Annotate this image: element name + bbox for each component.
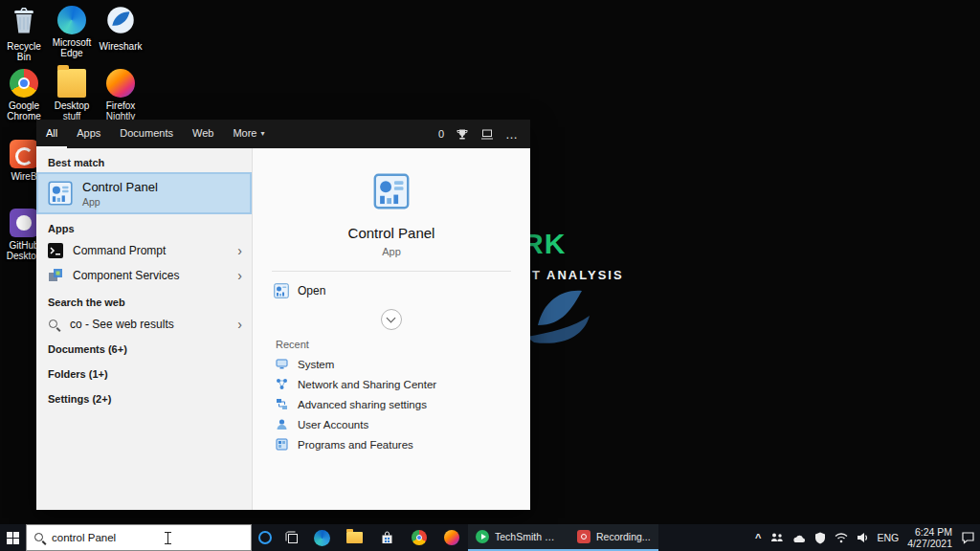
- pinned-microsoft-store[interactable]: [370, 524, 403, 551]
- category-documents[interactable]: Documents (6+): [36, 337, 252, 362]
- control-panel-icon-small: [274, 283, 289, 298]
- pinned-file-explorer[interactable]: [338, 524, 370, 551]
- text-cursor-pointer: [167, 532, 175, 544]
- tab-more[interactable]: More ▾: [223, 120, 274, 148]
- preview-subtitle: App: [382, 246, 401, 257]
- tab-documents[interactable]: Documents: [110, 120, 183, 148]
- clock-time: 6:24 PM: [907, 526, 952, 538]
- tab-apps[interactable]: Apps: [67, 120, 110, 148]
- tab-all[interactable]: All: [36, 120, 67, 148]
- desktop-icon-label: Google Chrome: [2, 100, 46, 121]
- windows-logo-icon: [7, 532, 19, 544]
- pinned-firefox[interactable]: [435, 524, 468, 551]
- desktop-icon-firefox[interactable]: Firefox Nightly: [99, 69, 143, 121]
- best-match-result[interactable]: Control Panel App: [36, 172, 252, 214]
- github-desktop-icon: [10, 209, 38, 237]
- notification-center-icon[interactable]: [961, 531, 975, 544]
- clock-date: 4/27/2021: [907, 538, 952, 549]
- recent-item-label: User Accounts: [298, 419, 368, 430]
- cortana-button[interactable]: [252, 524, 278, 551]
- desktop-icon-recycle-bin[interactable]: Recycle Bin: [2, 6, 46, 62]
- chevron-down-icon: ▾: [260, 129, 264, 138]
- rewards-count: 0: [438, 128, 444, 140]
- wallpaper-text-line2: T ANALYSIS: [532, 268, 624, 282]
- rewards-trophy-icon[interactable]: [456, 128, 469, 141]
- apps-section-label: Apps: [36, 214, 252, 238]
- desktop-icon-microsoft-edge[interactable]: Microsoft Edge: [50, 6, 94, 58]
- search-results-body: Best match Control Panel App: [36, 148, 530, 510]
- sharing-settings-icon: [276, 398, 288, 410]
- desktop-icon-label: Recycle Bin: [2, 41, 46, 62]
- tab-web[interactable]: Web: [183, 120, 223, 148]
- taskbar: TechSmith Camtasi... Recording... ^: [0, 524, 980, 551]
- control-panel-icon: [48, 181, 73, 206]
- search-icon: [48, 319, 60, 331]
- recent-item-advanced-sharing[interactable]: Advanced sharing settings: [253, 394, 530, 414]
- recent-item-label: System: [298, 359, 334, 370]
- chevron-right-icon[interactable]: ›: [237, 244, 242, 257]
- language-indicator[interactable]: ENG: [878, 532, 900, 543]
- control-panel-icon-large: [373, 173, 410, 209]
- wireb-icon: [10, 140, 38, 168]
- desktop-icon-desktop-stuff[interactable]: Desktop stuff: [50, 69, 94, 121]
- search-panel: All Apps Documents Web More ▾ 0: [36, 120, 530, 510]
- result-label: Component Services: [73, 269, 179, 282]
- recent-item-label: Network and Sharing Center: [298, 379, 436, 390]
- best-match-text: Control Panel App: [82, 180, 158, 208]
- running-app-camtasia[interactable]: TechSmith Camtasi...: [468, 524, 569, 551]
- recent-item-programs-features[interactable]: Programs and Features: [253, 434, 530, 454]
- onedrive-icon[interactable]: [792, 533, 806, 543]
- chevron-right-icon[interactable]: ›: [237, 269, 242, 282]
- open-action[interactable]: Open: [272, 280, 511, 301]
- category-settings[interactable]: Settings (2+): [36, 386, 252, 411]
- running-app-recording[interactable]: Recording...: [569, 524, 658, 551]
- taskbar-search-input[interactable]: [52, 532, 244, 543]
- cortana-icon: [258, 531, 272, 544]
- recent-item-network-sharing-center[interactable]: Network and Sharing Center: [253, 374, 530, 394]
- expand-actions-button[interactable]: [381, 309, 402, 330]
- taskbar-search-box[interactable]: [26, 524, 252, 551]
- result-label: Command Prompt: [73, 244, 166, 257]
- pinned-edge[interactable]: [305, 524, 338, 551]
- taskbar-clock[interactable]: 6:24 PM 4/27/2021: [907, 526, 952, 549]
- programs-features-icon: [276, 438, 288, 451]
- desktop-icon-label: Microsoft Edge: [50, 37, 94, 58]
- search-header-actions: 0 …: [438, 120, 530, 148]
- hidden-icons-chevron[interactable]: ^: [755, 532, 761, 543]
- result-web-search[interactable]: co - See web results ›: [36, 312, 252, 337]
- tab-more-label: More: [233, 127, 256, 139]
- pinned-chrome[interactable]: [403, 524, 435, 551]
- volume-icon[interactable]: [857, 532, 869, 543]
- windows-desktop: RK T ANALYSIS Recycle Bin Microsoft Edge…: [0, 0, 980, 551]
- task-view-button[interactable]: [278, 524, 305, 551]
- command-prompt-icon: [48, 243, 63, 258]
- result-component-services[interactable]: Component Services ›: [36, 263, 252, 288]
- camtasia-icon: [476, 530, 489, 543]
- search-tabs-bar: All Apps Documents Web More ▾ 0: [36, 120, 530, 148]
- defender-shield-icon[interactable]: [814, 532, 826, 544]
- result-command-prompt[interactable]: Command Prompt ›: [36, 238, 252, 263]
- category-folders[interactable]: Folders (1+): [36, 362, 252, 386]
- best-match-label: Best match: [36, 148, 252, 172]
- recent-item-system[interactable]: System: [253, 354, 530, 374]
- divider: [272, 271, 511, 272]
- wifi-icon[interactable]: [835, 532, 848, 543]
- running-app-label: Recording...: [596, 531, 651, 542]
- result-label: co - See web results: [70, 318, 174, 331]
- recent-item-label: Programs and Features: [298, 439, 413, 451]
- recent-item-user-accounts[interactable]: User Accounts: [253, 414, 530, 434]
- recycle-bin-icon: [10, 6, 38, 34]
- system-tray: ^ ENG 6:24: [755, 524, 980, 551]
- component-services-icon: [48, 268, 63, 283]
- people-icon[interactable]: [770, 532, 784, 543]
- start-button[interactable]: [0, 524, 26, 551]
- more-options-icon[interactable]: …: [505, 127, 519, 142]
- chevron-right-icon[interactable]: ›: [237, 318, 242, 331]
- result-preview-pane: Control Panel App Open Recent: [252, 148, 530, 510]
- desktop-icon-google-chrome[interactable]: Google Chrome: [2, 69, 46, 121]
- desktop-icon-wireshark[interactable]: Wireshark: [99, 6, 143, 52]
- firefox-icon: [444, 530, 459, 545]
- wireshark-icon: [106, 6, 135, 34]
- task-view-icon: [285, 531, 299, 544]
- feedback-icon[interactable]: [480, 128, 494, 141]
